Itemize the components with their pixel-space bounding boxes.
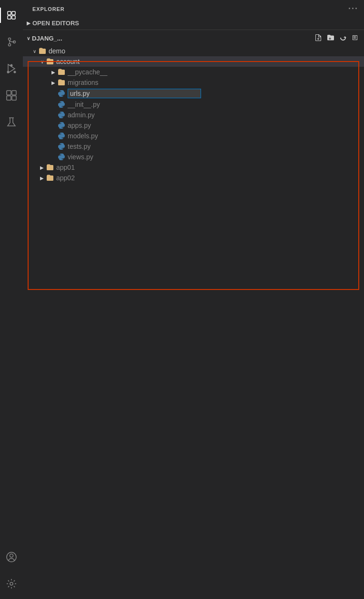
- file-apps-py[interactable]: ▶ apps.py: [23, 120, 364, 131]
- activity-icon-testing[interactable]: [0, 111, 23, 134]
- folder-app02-label: app02: [56, 174, 75, 182]
- folder-pycache[interactable]: ▶ __pycache__: [23, 67, 364, 77]
- refresh-icon[interactable]: [338, 33, 348, 44]
- file-apps-py-label: apps.py: [68, 122, 91, 129]
- explorer-more-button[interactable]: ···: [348, 4, 358, 14]
- workspace-header[interactable]: ∨ DJANG_...: [23, 31, 364, 46]
- python-icon-apps: [57, 121, 66, 130]
- open-editors-label: OPEN EDITORS: [32, 20, 79, 27]
- svg-point-10: [14, 71, 16, 73]
- file-init-py-label: __init__.py: [68, 101, 100, 108]
- file-init-py[interactable]: ▶ __init__.py: [23, 99, 364, 110]
- new-folder-icon[interactable]: [326, 33, 335, 44]
- file-admin-py[interactable]: ▶ admin.py: [23, 110, 364, 120]
- activity-icon-account[interactable]: [0, 546, 23, 568]
- folder-account-label: account: [56, 58, 80, 65]
- folder-demo-label: demo: [49, 47, 65, 55]
- folder-migrations-chevron: ▶: [50, 80, 57, 85]
- folder-app01[interactable]: ▶ app01: [23, 162, 364, 173]
- svg-point-18: [10, 554, 13, 558]
- svg-rect-13: [12, 91, 16, 95]
- open-editors-chevron: ▶: [27, 21, 30, 26]
- activity-icon-explorer[interactable]: [0, 4, 23, 27]
- activity-icon-run-debug[interactable]: [0, 57, 23, 80]
- file-tree: ∨ demo ∨ account ▶: [23, 46, 364, 599]
- file-models-py[interactable]: ▶ models.py: [23, 131, 364, 141]
- explorer-header: EXPLORER ···: [23, 0, 364, 18]
- folder-migrations[interactable]: ▶ migrations: [23, 77, 364, 88]
- file-models-py-label: models.py: [68, 132, 98, 140]
- file-views-py[interactable]: ▶ views.py: [23, 152, 364, 162]
- activity-icon-extensions[interactable]: [0, 84, 23, 107]
- python-icon-tests: [57, 142, 66, 151]
- folder-pycache-icon: [57, 68, 66, 76]
- workspace-title: DJANG_...: [32, 35, 313, 42]
- open-editors-section[interactable]: ▶ OPEN EDITORS: [23, 18, 364, 29]
- folder-migrations-label: migrations: [68, 79, 99, 86]
- file-views-py-label: views.py: [68, 153, 93, 161]
- sidebar: EXPLORER ··· ▶ OPEN EDITORS ∨ DJANG_...: [23, 0, 364, 599]
- activity-bar: [0, 0, 23, 599]
- svg-rect-2: [12, 11, 15, 15]
- new-file-icon[interactable]: [313, 33, 323, 44]
- activity-icon-settings[interactable]: [0, 572, 23, 595]
- python-icon-views: [57, 153, 66, 161]
- activity-icon-source-control[interactable]: [0, 31, 23, 53]
- folder-account[interactable]: ∨ account: [23, 56, 364, 67]
- folder-account-icon: [46, 57, 54, 66]
- folder-app02-chevron: ▶: [38, 176, 46, 181]
- python-icon-models: [57, 132, 66, 140]
- file-tests-py[interactable]: ▶ tests.py: [23, 141, 364, 152]
- svg-rect-1: [8, 16, 11, 19]
- file-urls-py[interactable]: ▶: [23, 88, 364, 99]
- svg-point-11: [10, 64, 13, 67]
- file-tests-py-label: tests.py: [68, 143, 91, 150]
- folder-account-chevron: ∨: [38, 59, 46, 64]
- svg-point-9: [7, 71, 10, 73]
- folder-app02-icon: [46, 174, 54, 182]
- file-admin-py-label: admin.py: [68, 111, 95, 119]
- folder-app01-icon: [46, 163, 54, 172]
- folder-app01-label: app01: [56, 164, 75, 171]
- explorer-title: EXPLORER: [32, 6, 65, 12]
- python-icon-init: [57, 100, 66, 109]
- python-icon-admin: [57, 111, 66, 119]
- svg-point-19: [10, 582, 13, 585]
- svg-point-4: [9, 38, 11, 41]
- rename-input-urls-py[interactable]: [68, 89, 201, 98]
- folder-app02[interactable]: ▶ app02: [23, 173, 364, 183]
- svg-point-5: [9, 44, 11, 46]
- workspace-chevron: ∨: [27, 36, 30, 41]
- folder-app01-chevron: ▶: [38, 165, 46, 170]
- folder-demo[interactable]: ∨ demo: [23, 46, 364, 56]
- svg-rect-12: [7, 91, 11, 95]
- python-icon-urls: [57, 89, 66, 98]
- folder-demo-icon: [38, 47, 47, 55]
- folder-pycache-chevron: ▶: [50, 70, 57, 75]
- collapse-icon[interactable]: [351, 33, 360, 44]
- folder-migrations-icon: [57, 78, 66, 87]
- folder-pycache-label: __pycache__: [68, 68, 107, 76]
- svg-rect-15: [12, 96, 16, 100]
- svg-rect-0: [8, 11, 11, 15]
- svg-rect-14: [7, 96, 11, 100]
- folder-demo-chevron: ∨: [30, 49, 38, 54]
- workspace-icons: [313, 33, 360, 44]
- svg-rect-3: [12, 16, 15, 19]
